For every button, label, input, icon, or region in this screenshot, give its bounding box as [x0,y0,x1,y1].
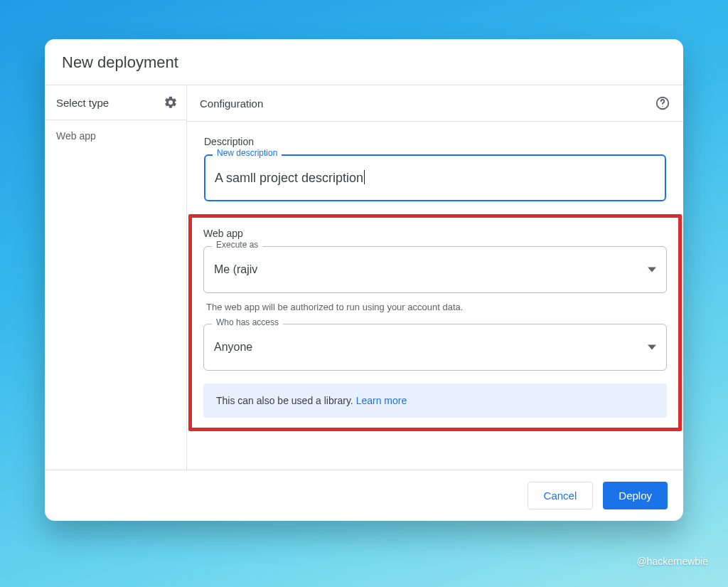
dialog-content: Select type Web app Configuration Descri… [45,85,683,470]
library-info-banner: This can also be used a library. Learn m… [203,384,667,418]
learn-more-link[interactable]: Learn more [356,395,407,406]
description-section-label: Description [204,136,666,147]
gear-icon[interactable] [164,95,178,110]
main-panel: Configuration Description New descriptio… [187,85,683,470]
dialog-footer: Cancel Deploy [45,470,683,521]
chevron-down-icon [648,343,656,351]
main-header-title: Configuration [200,97,263,110]
dialog-title: New deployment [62,53,666,72]
main-body: Description New description A samll proj… [187,122,683,448]
execute-as-helper: The web app will be authorized to run us… [206,302,667,312]
deploy-button[interactable]: Deploy [603,482,668,509]
sidebar-header-title: Select type [56,97,109,109]
description-field-label: New description [213,148,282,158]
description-input[interactable]: A samll project description [215,170,655,186]
who-has-access-value: Anyone [214,341,252,354]
sidebar: Select type Web app [45,85,187,470]
text-caret [364,170,365,184]
execute-as-field[interactable]: Execute as Me (rajiv [203,246,667,293]
cancel-button[interactable]: Cancel [528,482,594,509]
watermark: @hackernewbie [636,556,708,567]
dialog-header: New deployment [45,39,683,85]
execute-as-value: Me (rajiv [214,263,257,276]
description-field[interactable]: New description A samll project descript… [204,154,666,201]
new-deployment-dialog: New deployment Select type Web app Confi… [45,39,683,521]
help-icon[interactable] [655,95,670,111]
library-info-text: This can also be used a library. [216,395,356,406]
main-header: Configuration [187,85,683,122]
sidebar-item-web-app[interactable]: Web app [45,120,186,152]
svg-point-1 [662,106,663,107]
chevron-down-icon [648,265,656,274]
webapp-highlight-box: Web app Execute as Me (rajiv The web app… [188,214,682,431]
sidebar-header: Select type [45,85,186,120]
sidebar-item-label: Web app [56,130,96,142]
webapp-section-label: Web app [203,228,667,239]
who-has-access-label: Who has access [212,317,283,327]
execute-as-label: Execute as [212,240,262,250]
who-has-access-field[interactable]: Who has access Anyone [203,324,667,371]
